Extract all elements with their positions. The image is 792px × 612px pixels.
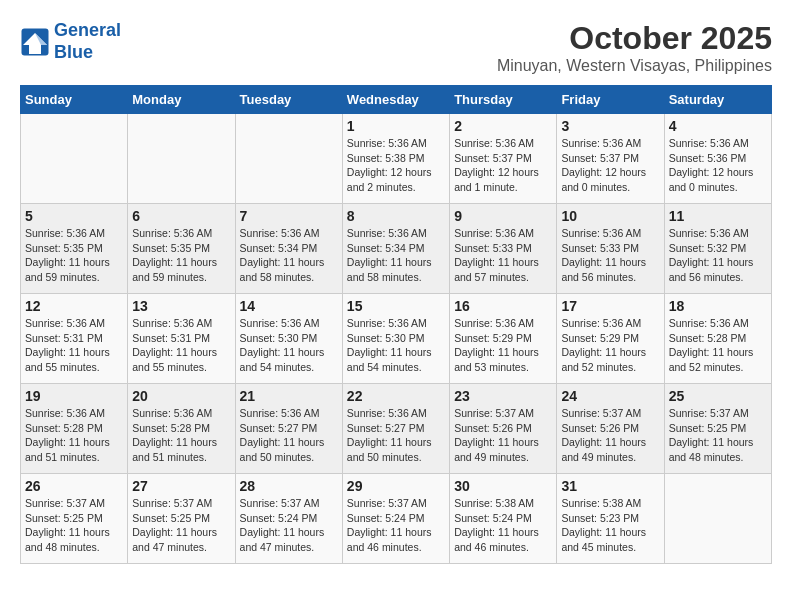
day-info: Sunrise: 5:36 AM Sunset: 5:35 PM Dayligh… (25, 226, 123, 285)
day-cell: 11Sunrise: 5:36 AM Sunset: 5:32 PM Dayli… (664, 204, 771, 294)
day-cell: 7Sunrise: 5:36 AM Sunset: 5:34 PM Daylig… (235, 204, 342, 294)
day-number: 22 (347, 388, 445, 404)
day-number: 5 (25, 208, 123, 224)
day-info: Sunrise: 5:36 AM Sunset: 5:37 PM Dayligh… (561, 136, 659, 195)
day-info: Sunrise: 5:37 AM Sunset: 5:26 PM Dayligh… (454, 406, 552, 465)
day-number: 11 (669, 208, 767, 224)
logo-icon (20, 27, 50, 57)
day-info: Sunrise: 5:36 AM Sunset: 5:28 PM Dayligh… (25, 406, 123, 465)
day-number: 28 (240, 478, 338, 494)
day-info: Sunrise: 5:36 AM Sunset: 5:31 PM Dayligh… (25, 316, 123, 375)
day-number: 9 (454, 208, 552, 224)
week-row-5: 26Sunrise: 5:37 AM Sunset: 5:25 PM Dayli… (21, 474, 772, 564)
day-cell: 5Sunrise: 5:36 AM Sunset: 5:35 PM Daylig… (21, 204, 128, 294)
week-row-4: 19Sunrise: 5:36 AM Sunset: 5:28 PM Dayli… (21, 384, 772, 474)
day-number: 23 (454, 388, 552, 404)
day-cell (664, 474, 771, 564)
header-cell-thursday: Thursday (450, 86, 557, 114)
header-cell-saturday: Saturday (664, 86, 771, 114)
day-info: Sunrise: 5:36 AM Sunset: 5:31 PM Dayligh… (132, 316, 230, 375)
day-info: Sunrise: 5:37 AM Sunset: 5:25 PM Dayligh… (132, 496, 230, 555)
day-info: Sunrise: 5:36 AM Sunset: 5:35 PM Dayligh… (132, 226, 230, 285)
day-info: Sunrise: 5:36 AM Sunset: 5:36 PM Dayligh… (669, 136, 767, 195)
day-cell: 22Sunrise: 5:36 AM Sunset: 5:27 PM Dayli… (342, 384, 449, 474)
header-cell-sunday: Sunday (21, 86, 128, 114)
day-info: Sunrise: 5:36 AM Sunset: 5:28 PM Dayligh… (132, 406, 230, 465)
day-info: Sunrise: 5:36 AM Sunset: 5:29 PM Dayligh… (454, 316, 552, 375)
day-cell: 24Sunrise: 5:37 AM Sunset: 5:26 PM Dayli… (557, 384, 664, 474)
day-number: 8 (347, 208, 445, 224)
day-number: 25 (669, 388, 767, 404)
day-info: Sunrise: 5:38 AM Sunset: 5:24 PM Dayligh… (454, 496, 552, 555)
day-cell: 9Sunrise: 5:36 AM Sunset: 5:33 PM Daylig… (450, 204, 557, 294)
day-info: Sunrise: 5:37 AM Sunset: 5:24 PM Dayligh… (240, 496, 338, 555)
day-cell: 14Sunrise: 5:36 AM Sunset: 5:30 PM Dayli… (235, 294, 342, 384)
day-info: Sunrise: 5:36 AM Sunset: 5:33 PM Dayligh… (454, 226, 552, 285)
day-number: 30 (454, 478, 552, 494)
day-number: 19 (25, 388, 123, 404)
day-cell: 30Sunrise: 5:38 AM Sunset: 5:24 PM Dayli… (450, 474, 557, 564)
day-cell: 31Sunrise: 5:38 AM Sunset: 5:23 PM Dayli… (557, 474, 664, 564)
day-info: Sunrise: 5:36 AM Sunset: 5:34 PM Dayligh… (347, 226, 445, 285)
day-cell: 27Sunrise: 5:37 AM Sunset: 5:25 PM Dayli… (128, 474, 235, 564)
day-number: 16 (454, 298, 552, 314)
day-cell: 10Sunrise: 5:36 AM Sunset: 5:33 PM Dayli… (557, 204, 664, 294)
day-info: Sunrise: 5:37 AM Sunset: 5:26 PM Dayligh… (561, 406, 659, 465)
day-info: Sunrise: 5:36 AM Sunset: 5:38 PM Dayligh… (347, 136, 445, 195)
week-row-3: 12Sunrise: 5:36 AM Sunset: 5:31 PM Dayli… (21, 294, 772, 384)
header-cell-friday: Friday (557, 86, 664, 114)
day-cell: 15Sunrise: 5:36 AM Sunset: 5:30 PM Dayli… (342, 294, 449, 384)
day-number: 14 (240, 298, 338, 314)
day-cell: 1Sunrise: 5:36 AM Sunset: 5:38 PM Daylig… (342, 114, 449, 204)
day-info: Sunrise: 5:36 AM Sunset: 5:29 PM Dayligh… (561, 316, 659, 375)
day-cell (21, 114, 128, 204)
day-number: 1 (347, 118, 445, 134)
week-row-1: 1Sunrise: 5:36 AM Sunset: 5:38 PM Daylig… (21, 114, 772, 204)
day-cell: 29Sunrise: 5:37 AM Sunset: 5:24 PM Dayli… (342, 474, 449, 564)
day-number: 3 (561, 118, 659, 134)
day-number: 17 (561, 298, 659, 314)
day-number: 4 (669, 118, 767, 134)
day-number: 15 (347, 298, 445, 314)
day-cell: 2Sunrise: 5:36 AM Sunset: 5:37 PM Daylig… (450, 114, 557, 204)
day-cell: 13Sunrise: 5:36 AM Sunset: 5:31 PM Dayli… (128, 294, 235, 384)
day-info: Sunrise: 5:38 AM Sunset: 5:23 PM Dayligh… (561, 496, 659, 555)
day-cell (235, 114, 342, 204)
calendar-table: SundayMondayTuesdayWednesdayThursdayFrid… (20, 85, 772, 564)
day-number: 21 (240, 388, 338, 404)
day-info: Sunrise: 5:36 AM Sunset: 5:32 PM Dayligh… (669, 226, 767, 285)
day-number: 26 (25, 478, 123, 494)
day-number: 31 (561, 478, 659, 494)
day-cell: 23Sunrise: 5:37 AM Sunset: 5:26 PM Dayli… (450, 384, 557, 474)
day-cell: 3Sunrise: 5:36 AM Sunset: 5:37 PM Daylig… (557, 114, 664, 204)
day-cell: 20Sunrise: 5:36 AM Sunset: 5:28 PM Dayli… (128, 384, 235, 474)
header-cell-wednesday: Wednesday (342, 86, 449, 114)
month-title: October 2025 (497, 20, 772, 57)
day-cell: 19Sunrise: 5:36 AM Sunset: 5:28 PM Dayli… (21, 384, 128, 474)
day-cell: 12Sunrise: 5:36 AM Sunset: 5:31 PM Dayli… (21, 294, 128, 384)
day-number: 6 (132, 208, 230, 224)
day-number: 13 (132, 298, 230, 314)
day-number: 18 (669, 298, 767, 314)
day-info: Sunrise: 5:36 AM Sunset: 5:33 PM Dayligh… (561, 226, 659, 285)
day-info: Sunrise: 5:36 AM Sunset: 5:37 PM Dayligh… (454, 136, 552, 195)
logo: General Blue (20, 20, 121, 63)
day-cell: 17Sunrise: 5:36 AM Sunset: 5:29 PM Dayli… (557, 294, 664, 384)
day-info: Sunrise: 5:37 AM Sunset: 5:25 PM Dayligh… (25, 496, 123, 555)
day-number: 20 (132, 388, 230, 404)
day-cell: 21Sunrise: 5:36 AM Sunset: 5:27 PM Dayli… (235, 384, 342, 474)
title-section: October 2025 Minuyan, Western Visayas, P… (497, 20, 772, 75)
day-cell: 26Sunrise: 5:37 AM Sunset: 5:25 PM Dayli… (21, 474, 128, 564)
day-cell: 25Sunrise: 5:37 AM Sunset: 5:25 PM Dayli… (664, 384, 771, 474)
day-cell: 8Sunrise: 5:36 AM Sunset: 5:34 PM Daylig… (342, 204, 449, 294)
day-number: 27 (132, 478, 230, 494)
day-info: Sunrise: 5:37 AM Sunset: 5:25 PM Dayligh… (669, 406, 767, 465)
logo-text: General Blue (54, 20, 121, 63)
header-cell-monday: Monday (128, 86, 235, 114)
week-row-2: 5Sunrise: 5:36 AM Sunset: 5:35 PM Daylig… (21, 204, 772, 294)
day-cell: 16Sunrise: 5:36 AM Sunset: 5:29 PM Dayli… (450, 294, 557, 384)
day-info: Sunrise: 5:36 AM Sunset: 5:30 PM Dayligh… (240, 316, 338, 375)
day-info: Sunrise: 5:36 AM Sunset: 5:27 PM Dayligh… (347, 406, 445, 465)
day-cell: 6Sunrise: 5:36 AM Sunset: 5:35 PM Daylig… (128, 204, 235, 294)
page-header: General Blue October 2025 Minuyan, Weste… (20, 20, 772, 75)
